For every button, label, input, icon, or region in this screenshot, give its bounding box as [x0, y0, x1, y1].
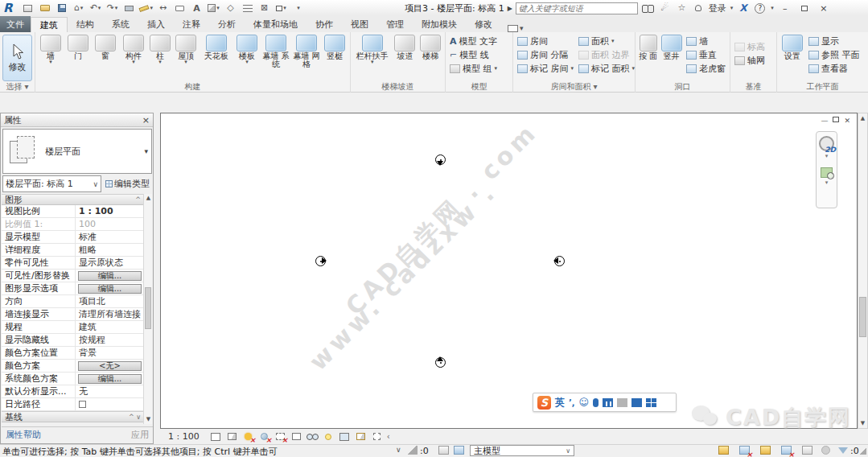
communication-center-icon[interactable]: ☄ [658, 2, 672, 14]
pin-icon[interactable] [760, 446, 771, 457]
save-icon[interactable] [55, 2, 68, 14]
zoom-caret-icon[interactable]: ▾ [825, 179, 829, 186]
tool-curtain-system[interactable]: 幕墙 系统 [261, 34, 291, 68]
resize-grip-icon[interactable] [860, 448, 866, 455]
revit-logo-icon[interactable]: R [3, 1, 18, 15]
tool-roof[interactable]: 屋顶▾ [172, 34, 200, 64]
instance-selector[interactable]: 楼层平面: 标高 1 ∨ [2, 175, 101, 192]
panel-label-room-area[interactable]: 房间和面积 ▾ [513, 82, 635, 93]
minimize-button[interactable]: – [777, 2, 793, 14]
row-system-color-scheme[interactable]: 系统颜色方案编辑... [2, 373, 144, 385]
sogou-mode-toggle[interactable]: 英 [555, 396, 565, 410]
elevation-marker-south[interactable] [435, 357, 446, 368]
customize-qat-icon[interactable]: ▾ [291, 2, 305, 14]
wheel-caret-icon[interactable]: ▾ [825, 153, 829, 159]
system-color-scheme-edit-button[interactable]: 编辑... [78, 374, 142, 384]
edit-type-button[interactable]: 编辑类型 [103, 175, 152, 192]
row-graphic-display[interactable]: 图形显示选项编辑... [2, 282, 144, 295]
temporary-hide-isolate-icon[interactable] [306, 431, 319, 442]
tool-stair[interactable]: 楼梯 [418, 34, 443, 60]
graphic-display-edit-button[interactable]: 编辑... [78, 284, 142, 294]
row-color-scheme[interactable]: 颜色方案<无> [2, 360, 144, 373]
row-view-scale[interactable]: 视图比例1 : 100 [2, 205, 144, 218]
tool-viewer[interactable]: 查看器 [806, 62, 862, 76]
tool-floor[interactable]: 楼板▾ [233, 34, 261, 64]
panel-label-circulation[interactable]: 楼梯坡道 [351, 82, 445, 93]
row-display-model[interactable]: 显示模型标准 [2, 231, 144, 244]
viewbar-collapse-icon[interactable]: ‹ [387, 432, 390, 441]
search-input[interactable] [516, 2, 638, 14]
row-detail-level[interactable]: 详细程度粗略 [2, 244, 144, 257]
view-restore-icon[interactable] [833, 117, 839, 122]
apply-button[interactable]: 应用 [131, 429, 149, 441]
worksets-dialog-icon[interactable] [454, 446, 464, 457]
filter-icon[interactable] [838, 446, 848, 456]
search-binoculars-icon[interactable] [641, 2, 655, 14]
thin-lines-icon[interactable] [241, 2, 254, 14]
row-discipline[interactable]: 规程建筑 [2, 321, 144, 334]
modify-button[interactable]: 修改 [2, 35, 32, 81]
reveal-hidden-elements-icon[interactable] [323, 431, 335, 442]
properties-help-link[interactable]: 属性帮助 [6, 429, 41, 441]
default-3d-view-icon[interactable]: ▾ [207, 2, 220, 14]
measure-icon[interactable]: ▾ [139, 2, 153, 14]
text-icon[interactable]: A [190, 2, 204, 14]
tool-dormer-opening[interactable]: 老虎窗 [684, 62, 728, 76]
visual-style-icon[interactable] [226, 431, 238, 442]
tool-curtain-grid[interactable]: 幕墙 网格 [291, 34, 322, 68]
sogou-emoji-icon[interactable]: ☺ [579, 397, 590, 408]
switch-windows-icon[interactable]: ▾ [274, 2, 288, 14]
tab-addins[interactable]: 附加模块 [413, 17, 466, 32]
panel-label-workplane[interactable]: 工作平面 [777, 82, 868, 93]
tool-component[interactable]: 构件▾ [119, 34, 148, 64]
home-view-icon[interactable]: ⌂▾ [72, 2, 85, 14]
tool-room[interactable]: 房间 [515, 35, 576, 48]
exchange-apps-icon[interactable]: X [736, 2, 750, 14]
show-crop-region-icon[interactable] [290, 431, 302, 442]
sign-in-label[interactable]: 登录 [709, 2, 726, 14]
elevation-marker-east[interactable] [554, 256, 565, 266]
user-icon[interactable] [692, 2, 706, 14]
tool-wall[interactable]: 墙▾ [37, 34, 64, 64]
tool-tag-area[interactable]: 标记 面积▾ [576, 62, 637, 76]
tool-railing[interactable]: 栏杆扶手▾ [352, 34, 393, 64]
shadows-off-icon[interactable]: × [258, 431, 270, 442]
design-options-icon[interactable] [718, 446, 729, 457]
detail-level-icon[interactable] [210, 431, 222, 442]
tool-mullion[interactable]: 竖梃 [322, 34, 348, 60]
row-scale-value[interactable]: 比例值 1:100 [2, 218, 144, 231]
row-parts-visibility[interactable]: 零件可见性显示原状态 [2, 257, 144, 270]
tab-insert[interactable]: 插入 [138, 17, 174, 32]
select-underlay-icon[interactable] [802, 446, 812, 457]
tab-modify[interactable]: 修改 [466, 17, 501, 32]
view-minimize-icon[interactable]: — [821, 117, 828, 125]
row-default-analysis[interactable]: 默认分析显示...无 [2, 385, 144, 398]
canvas-scrollbar[interactable]: ▲ ▼ [858, 113, 868, 429]
tool-reference-plane[interactable]: 参照 平面 [806, 48, 862, 62]
view-scale-button[interactable]: 1 : 100 [168, 431, 200, 442]
tab-annotate[interactable]: 注释 [174, 17, 209, 32]
scroll-up-icon[interactable]: ▲ [144, 194, 153, 203]
panel-label-build[interactable]: 构建 [35, 82, 350, 93]
restore-button[interactable] [796, 2, 812, 14]
tab-file[interactable]: 文件 [0, 16, 31, 32]
canvas-scroll-down-icon[interactable]: ▼ [858, 418, 867, 428]
print-icon[interactable] [122, 2, 136, 14]
row-sun-path[interactable]: 日光路径 [2, 398, 144, 411]
tab-structure[interactable]: 结构 [68, 17, 103, 32]
sign-in-caret-icon[interactable]: ▾ [730, 5, 734, 11]
elevation-marker-north[interactable] [435, 154, 446, 165]
sogou-handwriting-icon[interactable] [617, 398, 627, 407]
row-show-hidden-lines[interactable]: 显示隐藏线按规程 [2, 334, 144, 347]
aligned-dimension-icon[interactable]: ↔ [156, 2, 170, 14]
sogou-mic-icon[interactable] [593, 398, 599, 407]
type-selector[interactable]: 楼层平面 ▾ [2, 129, 152, 174]
tag-by-category-icon[interactable] [173, 2, 187, 14]
vg-edit-button[interactable]: 编辑... [78, 271, 142, 281]
tool-ramp[interactable]: 坡道 [393, 34, 418, 60]
sun-path-off-icon[interactable]: × [242, 431, 254, 442]
tool-grid[interactable]: 轴网 [732, 54, 775, 68]
exclude-pinned-icon[interactable]: × [781, 446, 798, 457]
redo-icon[interactable]: ↷▾ [105, 2, 119, 14]
tab-collaborate[interactable]: 协作 [306, 17, 342, 32]
